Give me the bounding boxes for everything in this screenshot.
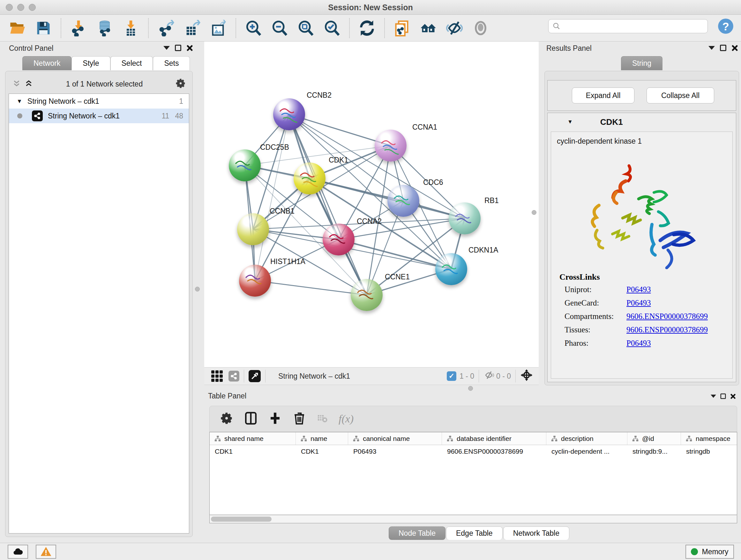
save-session-icon[interactable] (35, 19, 52, 37)
zoom-fit-icon[interactable] (297, 19, 315, 37)
table-row[interactable]: CDK1CDK1P064939606.ENSP00000378699cyclin… (210, 445, 737, 458)
export-network-icon[interactable] (157, 19, 175, 37)
birds-eye-view-icon[interactable] (249, 370, 261, 382)
import-network-icon[interactable] (70, 19, 87, 37)
tab-node-table[interactable]: Node Table (389, 526, 446, 540)
crosslink-value-link[interactable]: P06493 (626, 339, 651, 348)
graphics-details-eye-icon[interactable] (472, 19, 489, 37)
hide-unhide-icon[interactable] (446, 19, 463, 37)
network-node-ccnb1[interactable] (237, 213, 269, 245)
close-panel-icon[interactable] (731, 45, 738, 51)
left-splitter-handle[interactable] (195, 287, 200, 292)
network-view-canvas[interactable]: CCNB2CCNA1CDC25BCDK1CDC6RB1CCNB1CCNA2CDK… (204, 42, 539, 367)
warnings-button[interactable] (36, 545, 56, 559)
column-header-id[interactable]: @id (627, 432, 681, 445)
clone-network-icon[interactable] (393, 19, 411, 37)
network-node-ccnb2[interactable] (273, 98, 305, 130)
tab-network[interactable]: Network (22, 56, 71, 70)
zoom-out-icon[interactable] (271, 19, 288, 37)
network-row[interactable]: String Network – cdk1 11 48 (9, 109, 189, 123)
crosslink-value-link[interactable]: P06493 (626, 299, 651, 307)
right-splitter-handle[interactable] (532, 210, 536, 215)
tab-string[interactable]: String (621, 56, 663, 70)
node-table[interactable]: shared namenamecanonical namedatabase id… (209, 432, 737, 515)
network-node-ccna1[interactable] (375, 130, 407, 162)
close-panel-icon[interactable] (730, 394, 736, 399)
expand-all-icon[interactable] (24, 78, 33, 89)
network-thumbnail-icon[interactable] (228, 371, 239, 381)
network-node-hist1h1a[interactable] (239, 265, 271, 297)
delete-table-icon[interactable] (317, 413, 328, 425)
table-cell[interactable]: stringdb:9... (627, 445, 681, 458)
memory-button[interactable]: Memory (685, 545, 734, 559)
expand-all-button[interactable]: Expand All (572, 87, 634, 104)
crosslink-row: GeneCard:P06493 (559, 299, 732, 307)
network-node-rb1[interactable] (449, 202, 481, 234)
selected-checkbox-icon[interactable]: ✓ (447, 371, 456, 381)
float-panel-icon[interactable] (721, 394, 726, 399)
import-network-from-database-icon[interactable] (96, 19, 114, 37)
network-options-gear-icon[interactable] (175, 78, 186, 90)
delete-column-icon[interactable] (293, 412, 306, 426)
tab-select[interactable]: Select (111, 56, 153, 70)
network-node-ccne1[interactable] (351, 279, 383, 311)
float-panel-icon[interactable] (175, 45, 181, 51)
node-label-hist1h1a: HIST1H1A (270, 257, 306, 266)
column-header-description[interactable]: description (546, 432, 627, 445)
refresh-layout-icon[interactable] (358, 19, 376, 37)
bottom-splitter-handle[interactable] (468, 386, 473, 391)
table-cell[interactable]: P06493 (348, 445, 442, 458)
network-node-ccna2[interactable] (323, 224, 354, 255)
collection-expand-icon[interactable]: ▼ (17, 98, 22, 105)
column-header-canonicalname[interactable]: canonical name (348, 432, 442, 445)
column-header-name[interactable]: name (296, 432, 348, 445)
fit-content-crosshair-icon[interactable] (520, 369, 533, 383)
home-layouts-icon[interactable] (419, 19, 437, 37)
collapse-all-icon[interactable] (12, 78, 21, 89)
crosslink-value-link[interactable]: P06493 (626, 285, 651, 294)
column-header-databaseidentifier[interactable]: database identifier (442, 432, 546, 445)
network-node-cdkn1a[interactable] (435, 253, 467, 285)
column-header-namespace[interactable]: namespace (681, 432, 737, 445)
table-horizontal-scrollbar[interactable] (209, 515, 737, 523)
network-node-cdc6[interactable] (387, 185, 419, 217)
help-icon[interactable]: ? (717, 17, 735, 35)
show-columns-icon[interactable] (244, 412, 258, 426)
add-column-icon[interactable] (268, 412, 282, 426)
tab-network-table[interactable]: Network Table (503, 526, 569, 540)
cloud-status-button[interactable] (8, 545, 28, 559)
function-builder-button[interactable]: f(x) (339, 413, 354, 425)
table-options-gear-icon[interactable] (220, 412, 233, 426)
zoom-selected-icon[interactable] (323, 19, 341, 37)
network-collection-row[interactable]: ▼ String Network – cdk1 1 (9, 94, 189, 109)
table-cell[interactable]: stringdb (681, 445, 737, 458)
open-session-icon[interactable] (8, 19, 26, 37)
network-node-cdc25b[interactable] (229, 149, 261, 181)
panel-menu-icon[interactable] (163, 46, 170, 50)
export-table-icon[interactable] (183, 19, 201, 37)
tab-sets[interactable]: Sets (153, 56, 190, 70)
node-label-cdc25b: CDC25B (260, 143, 289, 152)
panel-menu-icon[interactable] (709, 46, 715, 50)
search-input[interactable] (561, 20, 708, 32)
zoom-in-icon[interactable] (245, 19, 262, 37)
search-box[interactable] (548, 19, 708, 33)
tab-style[interactable]: Style (71, 56, 110, 70)
collapse-all-button[interactable]: Collapse All (647, 87, 714, 104)
float-panel-icon[interactable] (720, 45, 726, 51)
table-cell[interactable]: cyclin-dependent ... (546, 445, 627, 458)
network-node-cdk1[interactable] (293, 163, 326, 194)
crosslink-value-link[interactable]: 9606.ENSP00000378699 (626, 312, 708, 321)
table-cell[interactable]: CDK1 (210, 445, 296, 458)
panel-menu-icon[interactable] (711, 395, 716, 398)
tab-edge-table[interactable]: Edge Table (446, 526, 502, 540)
table-cell[interactable]: CDK1 (296, 445, 348, 458)
export-image-icon[interactable] (209, 19, 227, 37)
close-panel-icon[interactable] (186, 45, 193, 51)
crosslink-value-link[interactable]: 9606.ENSP00000378699 (626, 325, 708, 334)
table-cell[interactable]: 9606.ENSP00000378699 (442, 445, 546, 458)
entry-collapse-icon[interactable]: ▼ (567, 119, 573, 125)
show-grid-icon[interactable] (211, 370, 223, 382)
column-header-sharedname[interactable]: shared name (210, 432, 296, 445)
import-table-icon[interactable] (122, 19, 140, 37)
